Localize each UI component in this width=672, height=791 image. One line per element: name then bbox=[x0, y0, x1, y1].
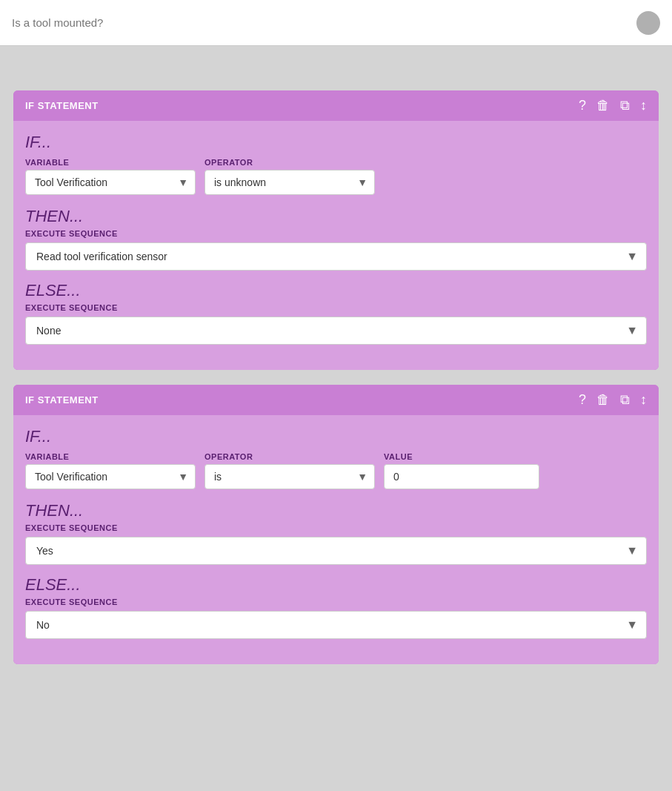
move-icon-1[interactable]: ↕ bbox=[640, 98, 647, 113]
if-statement-header-icons-2: ? 🗑 ⧉ ↕ bbox=[579, 392, 647, 408]
if-statement-card-2: IF STATEMENT ? 🗑 ⧉ ↕ IF... VARIABLE Tool… bbox=[13, 385, 659, 664]
spacer bbox=[0, 46, 672, 90]
then-sequence-select-2[interactable]: Yes bbox=[25, 537, 647, 565]
value-group-2: VALUE bbox=[384, 452, 539, 489]
else-execute-label-1: EXECUTE SEQUENCE bbox=[25, 303, 647, 312]
variable-select-wrapper-1: Tool Verification ▼ bbox=[25, 170, 196, 195]
top-bar bbox=[0, 0, 672, 46]
if-statement-header-1: IF STATEMENT ? 🗑 ⧉ ↕ bbox=[13, 90, 659, 121]
if-statement-header-icons-1: ? 🗑 ⧉ ↕ bbox=[579, 98, 647, 113]
else-sequence-dropdown-1: None ▼ bbox=[25, 317, 647, 345]
else-sequence-select-2[interactable]: No bbox=[25, 611, 647, 639]
if-statement-title-2: IF STATEMENT bbox=[25, 394, 99, 406]
then-sequence-dropdown-1: Read tool verification sensor ▼ bbox=[25, 242, 647, 271]
value-label-2: VALUE bbox=[384, 452, 539, 461]
if-statement-title-1: IF STATEMENT bbox=[25, 100, 99, 111]
if-statement-card-1: IF STATEMENT ? 🗑 ⧉ ↕ IF... VARIABLE Tool… bbox=[13, 90, 659, 370]
variable-label-2: VARIABLE bbox=[25, 452, 196, 461]
tool-mounted-input[interactable] bbox=[12, 16, 636, 29]
if-label-2: IF... bbox=[25, 427, 647, 446]
value-input-2[interactable] bbox=[384, 464, 539, 489]
operator-group-1: OPERATOR is unknown ▼ bbox=[204, 158, 375, 195]
then-sequence-select-1[interactable]: Read tool verification sensor bbox=[25, 242, 647, 271]
copy-icon-2[interactable]: ⧉ bbox=[620, 392, 630, 408]
else-label-1: ELSE... bbox=[25, 281, 647, 300]
if-fields-row-1: VARIABLE Tool Verification ▼ OPERATOR is… bbox=[25, 158, 647, 195]
operator-label-1: OPERATOR bbox=[204, 158, 375, 167]
variable-label-1: VARIABLE bbox=[25, 158, 196, 167]
if-fields-row-2: VARIABLE Tool Verification ▼ OPERATOR is… bbox=[25, 452, 647, 489]
operator-select-2[interactable]: is bbox=[204, 464, 375, 489]
then-label-2: THEN... bbox=[25, 501, 647, 520]
if-statement-body-2: IF... VARIABLE Tool Verification ▼ OPERA… bbox=[13, 415, 659, 664]
then-execute-label-1: EXECUTE SEQUENCE bbox=[25, 229, 647, 238]
variable-select-2[interactable]: Tool Verification bbox=[25, 464, 196, 489]
top-bar-avatar bbox=[636, 11, 660, 35]
move-icon-2[interactable]: ↕ bbox=[640, 392, 647, 408]
copy-icon-1[interactable]: ⧉ bbox=[620, 98, 630, 113]
variable-group-2: VARIABLE Tool Verification ▼ bbox=[25, 452, 196, 489]
if-statement-body-1: IF... VARIABLE Tool Verification ▼ OPERA… bbox=[13, 121, 659, 370]
then-label-1: THEN... bbox=[25, 207, 647, 226]
delete-icon-1[interactable]: 🗑 bbox=[596, 98, 610, 113]
if-label-1: IF... bbox=[25, 133, 647, 152]
else-execute-label-2: EXECUTE SEQUENCE bbox=[25, 598, 647, 606]
else-label-2: ELSE... bbox=[25, 575, 647, 595]
then-sequence-dropdown-2: Yes ▼ bbox=[25, 537, 647, 565]
variable-select-1[interactable]: Tool Verification bbox=[25, 170, 196, 195]
operator-select-wrapper-1: is unknown ▼ bbox=[204, 170, 375, 195]
delete-icon-2[interactable]: 🗑 bbox=[596, 392, 610, 408]
help-icon-2[interactable]: ? bbox=[579, 392, 586, 408]
help-icon-1[interactable]: ? bbox=[579, 98, 586, 113]
else-sequence-select-1[interactable]: None bbox=[25, 317, 647, 345]
operator-group-2: OPERATOR is ▼ bbox=[204, 452, 375, 489]
if-statement-header-2: IF STATEMENT ? 🗑 ⧉ ↕ bbox=[13, 385, 659, 415]
variable-group-1: VARIABLE Tool Verification ▼ bbox=[25, 158, 196, 195]
then-execute-label-2: EXECUTE SEQUENCE bbox=[25, 523, 647, 532]
operator-label-2: OPERATOR bbox=[204, 452, 375, 461]
operator-select-1[interactable]: is unknown bbox=[204, 170, 375, 195]
variable-select-wrapper-2: Tool Verification ▼ bbox=[25, 464, 196, 489]
operator-select-wrapper-2: is ▼ bbox=[204, 464, 375, 489]
else-sequence-dropdown-2: No ▼ bbox=[25, 611, 647, 639]
